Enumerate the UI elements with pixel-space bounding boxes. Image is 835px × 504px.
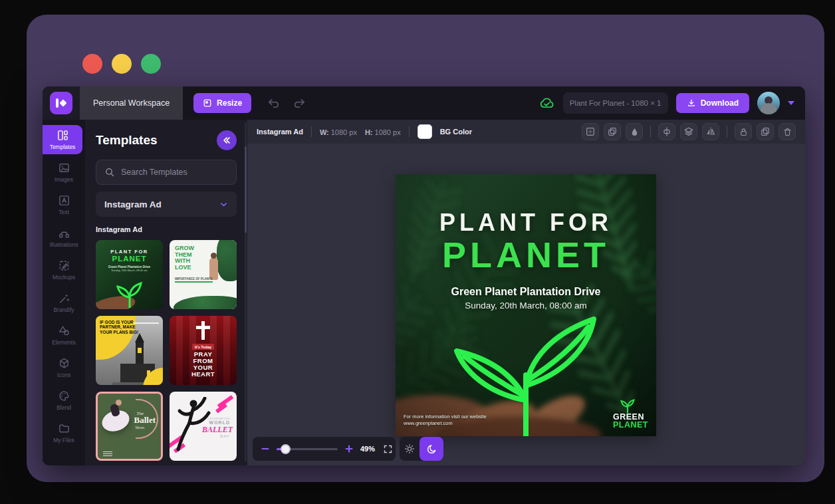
app-window: Personal Workspace Resize xyxy=(43,86,805,465)
sidebar-item-elements[interactable]: Elements xyxy=(43,320,85,350)
template-card-world-ballet-day[interactable]: CELEBRATING WORLD BALLET DAY xyxy=(170,392,237,461)
maximize-window-button[interactable] xyxy=(141,54,161,74)
template-card-grow-them-with-love[interactable]: GROW THEM WITH LOVE IMPORTANCE OF PLANTS xyxy=(170,240,237,309)
lock-button[interactable] xyxy=(735,123,752,140)
canvas-area[interactable]: PLANT FOR PLANET Green Planet Plantation… xyxy=(247,144,805,465)
workspace-tab[interactable]: Personal Workspace xyxy=(80,86,183,120)
cloud-saved-icon xyxy=(538,95,555,112)
icons-cube-icon xyxy=(58,358,70,370)
poster-title-line1: PLANT FOR xyxy=(396,209,656,237)
redo-icon[interactable] xyxy=(293,97,306,110)
dark-mode-button[interactable] xyxy=(419,437,443,461)
zoom-out-button[interactable] xyxy=(261,444,270,453)
zoom-percent: 49% xyxy=(360,445,375,453)
zoom-slider-handle[interactable] xyxy=(281,444,291,454)
cross-icon xyxy=(196,326,210,329)
sidebar-item-templates[interactable]: Templates xyxy=(43,125,82,154)
undo-icon[interactable] xyxy=(267,97,280,110)
cross-icon xyxy=(201,321,205,340)
width-label: W: xyxy=(320,128,329,136)
frame-icon xyxy=(585,126,596,137)
light-mode-button[interactable] xyxy=(400,437,419,461)
align-button[interactable] xyxy=(658,123,675,140)
artboard-label: Instagram Ad xyxy=(257,128,303,136)
template-card-plant-for-planet[interactable]: PLANT FOR PLANET Green Planet Plantation… xyxy=(96,240,163,309)
delete-button[interactable] xyxy=(778,123,796,140)
search-input[interactable] xyxy=(121,168,221,177)
duplicate-button[interactable] xyxy=(604,123,621,140)
sidebar-item-label: Brandify xyxy=(53,307,74,313)
sidebar-item-label: Mockups xyxy=(53,274,75,281)
card-title: HEART xyxy=(170,371,237,378)
sidebar-item-mockups[interactable]: Mockups xyxy=(43,255,85,285)
sidebar-item-icons[interactable]: Icons xyxy=(43,353,85,382)
elements-icon xyxy=(58,325,70,337)
layers-icon xyxy=(683,126,694,137)
templates-panel: Templates Instagram Ad Instagram Ad xyxy=(85,120,247,465)
card-badge: It's Today xyxy=(192,344,214,350)
card-title: BALLET xyxy=(202,425,233,435)
opacity-button[interactable] xyxy=(626,123,643,140)
sidebar-item-label: Icons xyxy=(57,372,70,378)
poster-subtitle: Green Planet Plantation Drive xyxy=(396,286,656,298)
download-icon xyxy=(687,98,696,108)
collapse-panel-button[interactable] xyxy=(217,130,237,150)
artboard-poster[interactable]: PLANT FOR PLANET Green Planet Plantation… xyxy=(396,174,656,436)
zoom-in-button[interactable] xyxy=(344,444,354,453)
download-button[interactable]: Download xyxy=(676,93,749,113)
sidebar-item-blend[interactable]: Blend xyxy=(43,386,85,415)
trash-icon xyxy=(782,127,792,137)
layers-button[interactable] xyxy=(680,123,697,140)
width-value[interactable]: 1080 px xyxy=(331,128,357,136)
copy-button[interactable] xyxy=(757,123,774,140)
card-title: DAY xyxy=(220,434,230,438)
canvas-toolbar: Instagram Ad W:1080 px H:1080 px BG Colo… xyxy=(247,120,805,144)
sidebar-item-brandify[interactable]: Brandify xyxy=(43,288,85,317)
user-avatar[interactable] xyxy=(757,92,780,114)
text-icon xyxy=(58,195,70,207)
sidebar-item-label: Elements xyxy=(52,339,75,346)
zoom-slider[interactable] xyxy=(277,448,338,450)
images-icon xyxy=(58,162,70,174)
height-value[interactable]: 1080 px xyxy=(375,128,401,136)
moon-icon xyxy=(426,443,437,455)
templates-icon xyxy=(57,130,69,142)
sidebar-item-label: Blend xyxy=(57,404,71,411)
download-button-label: Download xyxy=(701,98,739,108)
category-dropdown[interactable]: Instagram Ad xyxy=(96,191,237,217)
card-title: PLANET xyxy=(96,255,163,263)
account-chevron-down-icon[interactable] xyxy=(788,101,794,105)
mockups-icon xyxy=(58,260,70,272)
sidebar-item-images[interactable]: Images xyxy=(43,158,85,187)
panel-scrollbar-thumb[interactable] xyxy=(245,146,247,233)
flip-button[interactable] xyxy=(702,123,719,140)
filename-input[interactable] xyxy=(563,92,668,114)
sidebar-item-text[interactable]: Text xyxy=(43,190,85,219)
minimize-window-button[interactable] xyxy=(112,54,132,74)
sidebar-item-illustrations[interactable]: Illustrations xyxy=(43,223,85,252)
ballerina-shape xyxy=(116,400,122,406)
theme-toggle xyxy=(400,437,443,461)
template-grid: PLANT FOR PLANET Green Planet Plantation… xyxy=(96,240,237,465)
template-card-pray-from-your-heart[interactable]: It's Today PRAY FROM YOUR HEART xyxy=(170,316,237,385)
chevron-down-icon xyxy=(219,200,228,209)
template-card-the-ballet-show[interactable]: The Ballet Show. xyxy=(96,392,163,461)
app-logo-icon xyxy=(50,92,72,114)
card-datetime: Sunday, 20th March, 08:00 am xyxy=(96,269,163,272)
template-card-if-god-is-your-partner[interactable]: IF GOD IS YOUR PARTNER, MAKE YOUR PLANS … xyxy=(96,316,163,385)
close-window-button[interactable] xyxy=(82,54,102,74)
poster-title-line2: PLANET xyxy=(396,234,656,275)
app-logo-button[interactable] xyxy=(43,86,80,120)
lock-icon xyxy=(739,127,749,137)
sun-icon xyxy=(404,443,415,454)
sidebar-item-my-files[interactable]: My Files xyxy=(43,418,85,447)
bg-color-swatch[interactable] xyxy=(418,124,432,139)
frame-button[interactable] xyxy=(582,123,599,140)
card-title: PLANT FOR xyxy=(96,249,163,255)
logo-leaf-icon xyxy=(620,398,637,413)
bg-color-label: BG Color xyxy=(440,128,472,136)
resize-button[interactable]: Resize xyxy=(193,93,251,113)
zoom-controls: 49% xyxy=(253,437,396,461)
resize-button-label: Resize xyxy=(217,98,242,108)
fullscreen-button[interactable] xyxy=(383,444,393,454)
